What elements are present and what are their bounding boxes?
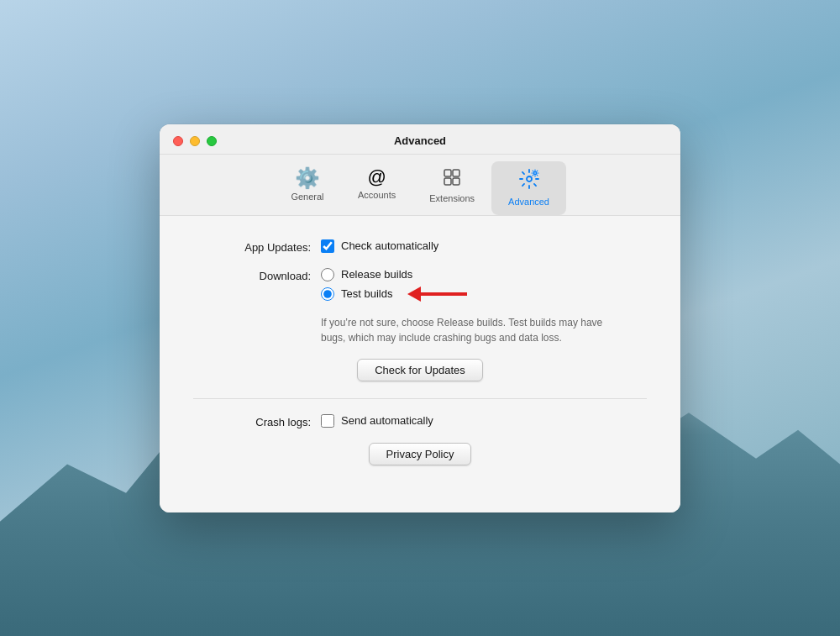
accounts-label: Accounts — [358, 190, 396, 200]
content-area: App Updates: Check automatically Downloa… — [160, 216, 680, 512]
check-automatically-row: Check automatically — [321, 239, 438, 253]
crash-logs-controls: Send automatically — [321, 414, 433, 434]
app-updates-label: App Updates: — [193, 239, 311, 254]
tab-extensions[interactable]: Extensions — [412, 161, 491, 215]
toolbar: ⚙️ General @ Accounts Extensions — [160, 155, 680, 216]
extensions-label: Extensions — [429, 193, 475, 203]
release-builds-label: Release builds — [341, 268, 412, 281]
crash-logs-label: Crash logs: — [193, 414, 311, 428]
app-updates-controls: Check automatically — [321, 239, 438, 260]
check-for-updates-button[interactable]: Check for Updates — [357, 359, 483, 381]
traffic-lights — [173, 136, 217, 146]
svg-rect-3 — [453, 178, 459, 185]
general-label: General — [291, 192, 323, 202]
svg-point-4 — [527, 176, 532, 181]
arrow-head — [407, 286, 421, 302]
download-label: Download: — [193, 268, 311, 282]
privacy-policy-row: Privacy Policy — [193, 443, 647, 465]
svg-rect-2 — [444, 178, 451, 185]
close-button[interactable] — [173, 136, 183, 146]
maximize-button[interactable] — [207, 136, 217, 146]
advanced-icon — [518, 168, 540, 193]
divider — [193, 398, 647, 399]
send-automatically-checkbox[interactable] — [321, 414, 334, 428]
privacy-policy-button[interactable]: Privacy Policy — [369, 443, 472, 465]
download-row: Download: Release builds Test builds — [193, 268, 647, 307]
send-automatically-row: Send automatically — [321, 414, 433, 428]
check-automatically-checkbox[interactable] — [321, 239, 334, 253]
minimize-button[interactable] — [190, 136, 200, 146]
extensions-icon — [443, 168, 461, 190]
info-text: If you’re not sure, choose Release build… — [321, 315, 606, 345]
tab-accounts[interactable]: @ Accounts — [341, 161, 412, 215]
release-builds-radio[interactable] — [321, 268, 334, 281]
test-builds-arrow — [407, 286, 467, 302]
app-updates-row: App Updates: Check automatically — [193, 239, 647, 260]
send-automatically-label: Send automatically — [341, 414, 433, 427]
main-window: Advanced ⚙️ General @ Accounts Extension… — [160, 124, 680, 512]
svg-rect-0 — [444, 170, 451, 176]
general-icon: ⚙️ — [295, 168, 320, 188]
test-builds-label: Test builds — [341, 287, 392, 300]
arrow-shaft — [421, 292, 467, 296]
download-controls: Release builds Test builds — [321, 268, 467, 307]
accounts-icon: @ — [367, 168, 386, 187]
tab-advanced[interactable]: Advanced — [491, 161, 566, 215]
test-builds-radio[interactable] — [321, 287, 334, 301]
titlebar: Advanced — [160, 124, 680, 155]
test-builds-row: Test builds — [321, 286, 467, 302]
advanced-label: Advanced — [508, 197, 549, 207]
svg-rect-1 — [453, 170, 459, 176]
window-title: Advanced — [394, 134, 446, 147]
check-automatically-label: Check automatically — [341, 239, 438, 252]
release-builds-row: Release builds — [321, 268, 467, 281]
check-updates-row: Check for Updates — [193, 359, 647, 381]
tab-general[interactable]: ⚙️ General — [274, 161, 341, 215]
crash-logs-row: Crash logs: Send automatically — [193, 414, 647, 434]
